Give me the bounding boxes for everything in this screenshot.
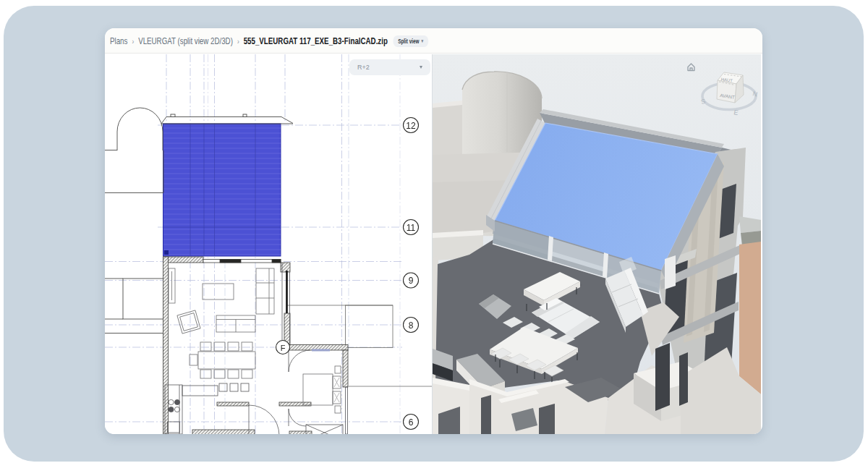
svg-text:12: 12	[406, 121, 416, 131]
svg-text:8: 8	[409, 320, 414, 331]
svg-text:F: F	[281, 344, 286, 352]
svg-text:9: 9	[409, 276, 414, 286]
svg-text:11: 11	[407, 223, 416, 233]
svg-text:6: 6	[409, 417, 414, 428]
